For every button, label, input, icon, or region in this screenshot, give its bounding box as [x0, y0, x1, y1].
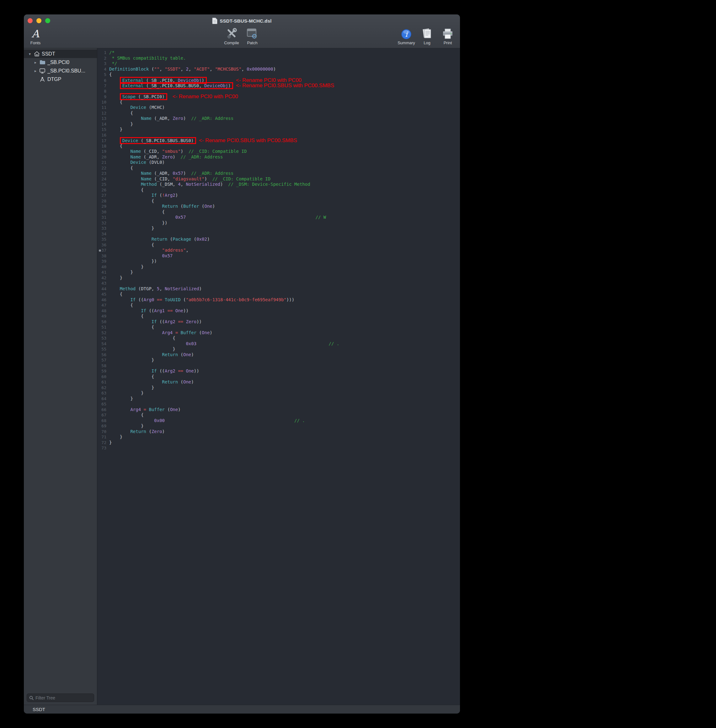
code-line[interactable]: 9 Scope (_SB.PCI0) <- Rename PCI0 with P… — [97, 94, 460, 100]
code-line[interactable]: 52 Arg4 = Buffer (One) — [97, 330, 460, 336]
code-line[interactable]: 20 Name (_ADR, Zero) // _ADR: Address — [97, 155, 460, 160]
main-area: ▾SSDT▸_SB.PCI0▸_SB.PCI0.SBU...DTGP 1/*2 … — [24, 49, 460, 705]
code-line[interactable]: 44 Method (DTGP, 5, NotSerialized) — [97, 286, 460, 292]
code-line[interactable]: 37 "address", — [97, 247, 460, 253]
code-line[interactable]: 71 } — [97, 434, 460, 440]
code-line[interactable]: 1/* — [97, 50, 460, 56]
code-line[interactable]: 30 { — [97, 209, 460, 215]
code-line[interactable]: 21 Device (DVL0) — [97, 160, 460, 165]
code-line[interactable]: 69 } — [97, 423, 460, 429]
code-line[interactable]: 55 } — [97, 346, 460, 352]
line-number: 16 — [97, 132, 109, 138]
disclosure-triangle[interactable]: ▸ — [33, 60, 38, 65]
patch-button[interactable]: ⚙ Patch — [242, 26, 262, 45]
code-line[interactable]: 73 — [97, 445, 460, 451]
line-number: 12 — [97, 111, 109, 116]
code-line[interactable]: 7 External (_SB_.PCI0.SBUS.BUS0, DeviceO… — [97, 83, 460, 88]
code-line[interactable]: 24 Name (_CID, "diagsvault") // _CID: Co… — [97, 176, 460, 182]
code-line[interactable]: 33 } — [97, 226, 460, 231]
code-line[interactable]: 32 }) — [97, 220, 460, 226]
sidebar-item-sb-pci0[interactable]: ▸_SB.PCI0 — [24, 58, 97, 67]
code-line[interactable]: 11 Device (MCHC) — [97, 105, 460, 111]
code-line[interactable]: 64 } — [97, 396, 460, 402]
code-line[interactable]: 35 Return (Package (0x02) — [97, 237, 460, 242]
compile-icon — [225, 26, 238, 39]
compile-button[interactable]: Compile — [221, 26, 242, 45]
code-line[interactable]: 14 } — [97, 121, 460, 127]
summary-button[interactable]: i Summary — [396, 26, 417, 45]
disclosure-triangle[interactable]: ▾ — [27, 52, 33, 56]
code-line[interactable]: 42 } — [97, 275, 460, 281]
line-number: 61 — [97, 379, 109, 385]
code-line[interactable]: 27 If (!Arg2) — [97, 193, 460, 198]
code-line[interactable]: 38 0x57 — [97, 253, 460, 259]
code-line[interactable]: 67 { — [97, 413, 460, 418]
code-line[interactable]: 2 * SMBus compatibility table. — [97, 56, 460, 61]
code-line[interactable]: 41 } — [97, 270, 460, 275]
tree-item-label: SSDT — [42, 51, 55, 57]
code-line[interactable]: 18 { — [97, 143, 460, 149]
rename-annotation: <- Rename PCI0.SBUS with PC00.SMBS — [236, 82, 334, 88]
code-line[interactable]: 15 } — [97, 127, 460, 132]
document-icon[interactable] — [212, 18, 217, 24]
code-line[interactable]: 56 Return (One) — [97, 352, 460, 358]
code-line[interactable]: 5{ — [97, 72, 460, 77]
code-line[interactable]: 61 Return (One) — [97, 379, 460, 385]
code-line[interactable]: 19 Name (_CID, "smbus") // _CID: Compati… — [97, 149, 460, 155]
code-line[interactable]: 54 0x03 // . — [97, 341, 460, 347]
method-icon — [38, 77, 46, 82]
print-button[interactable]: Print — [437, 26, 458, 45]
code-line[interactable]: 60 { — [97, 374, 460, 380]
sidebar-item-dtgp[interactable]: DTGP — [24, 75, 97, 83]
code-line[interactable]: 31 0x57 // W — [97, 215, 460, 220]
code-line[interactable]: 65 — [97, 401, 460, 407]
code-line[interactable]: 68 0x00 // . — [97, 418, 460, 424]
code-line[interactable]: 57 } — [97, 357, 460, 363]
code-line[interactable]: 17 Device (_SB.PCI0.SBUS.BUS0) <- Rename… — [97, 138, 460, 143]
code-line[interactable]: 28 { — [97, 198, 460, 204]
tree-item-label: _SB.PCI0 — [47, 60, 69, 65]
code-line[interactable]: 59 If ((Arg2 == One)) — [97, 369, 460, 374]
filter-tree-input[interactable] — [35, 695, 92, 701]
code-line[interactable]: 50 If ((Arg2 == Zero)) — [97, 319, 460, 325]
fonts-button[interactable]: A Fonts — [25, 26, 46, 45]
toolbar-label: Fonts — [30, 41, 41, 45]
folder-icon — [38, 60, 46, 65]
sidebar-item-ssdt[interactable]: ▾SSDT — [24, 50, 97, 58]
code-line[interactable]: 40 } — [97, 264, 460, 270]
print-icon — [442, 26, 454, 39]
code-line[interactable]: 26 { — [97, 187, 460, 193]
code-line[interactable]: 43 — [97, 281, 460, 286]
code-line[interactable]: 36 { — [97, 242, 460, 248]
code-editor[interactable]: 1/*2 * SMBus compatibility table.3 */4De… — [97, 49, 460, 705]
code-line[interactable]: 48 If ((Arg1 == One)) — [97, 308, 460, 314]
code-line[interactable]: 72} — [97, 440, 460, 446]
code-line[interactable]: 34 — [97, 231, 460, 237]
code-line[interactable]: 45 { — [97, 291, 460, 297]
code-line[interactable]: 51 { — [97, 325, 460, 330]
code-line[interactable]: 29 Return (Buffer (One) — [97, 204, 460, 209]
code-line[interactable]: 66 Arg4 = Buffer (One) — [97, 407, 460, 413]
code-line[interactable]: 58 — [97, 363, 460, 369]
code-line[interactable]: 49 { — [97, 314, 460, 319]
code-line[interactable]: 25 Method (_DSM, 4, NotSerialized) // _D… — [97, 182, 460, 187]
code-line[interactable]: 62 } — [97, 385, 460, 391]
code-line[interactable]: 39 }) — [97, 259, 460, 264]
sidebar-item-sb-pci0-sbu[interactable]: ▸_SB.PCI0.SBU... — [24, 67, 97, 75]
code-line[interactable]: 4DefinitionBlock ("", "SSDT", 2, "ACDT",… — [97, 67, 460, 72]
code-line[interactable]: 22 { — [97, 165, 460, 171]
line-number: 33 — [97, 226, 109, 231]
disclosure-triangle[interactable]: ▸ — [33, 69, 38, 73]
code-line[interactable]: 70 Return (Zero) — [97, 429, 460, 435]
code-line[interactable]: 23 Name (_ADR, 0x57) // _ADR: Address — [97, 171, 460, 176]
code-line[interactable]: 46 If ((Arg0 == ToUUID ("a0b5b7c6-1318-4… — [97, 297, 460, 303]
code-line[interactable]: 53 { — [97, 335, 460, 341]
code-line[interactable]: 10 { — [97, 100, 460, 105]
code-line[interactable]: 13 Name (_ADR, Zero) // _ADR: Address — [97, 116, 460, 121]
log-button[interactable]: Log — [417, 26, 437, 45]
line-number: 48 — [97, 308, 109, 314]
code-line[interactable]: 3 */ — [97, 61, 460, 67]
code-line[interactable]: 47 { — [97, 302, 460, 308]
code-line[interactable]: 63 } — [97, 390, 460, 396]
code-line[interactable]: 12 { — [97, 111, 460, 116]
